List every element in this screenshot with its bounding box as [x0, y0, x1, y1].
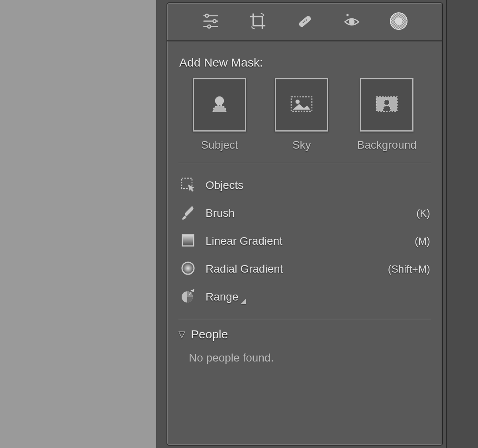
right-panel-gutter [446, 0, 478, 448]
mask-tool-shortcut: (Shift+M) [388, 263, 431, 275]
mask-tool-objects[interactable]: Objects [178, 171, 431, 199]
mask-tile-background[interactable]: Background [357, 78, 416, 151]
people-section-header[interactable]: ▽ People [178, 328, 431, 341]
mask-tool-shortcut: (K) [416, 207, 431, 220]
svg-point-4 [213, 20, 216, 23]
svg-point-3 [206, 14, 209, 17]
canvas-area [0, 0, 155, 448]
develop-toolstrip [167, 3, 442, 41]
people-section-label: People [191, 328, 228, 341]
flyout-indicator-icon: ◢ [241, 297, 246, 304]
divider [178, 319, 431, 320]
mask-tool-range[interactable]: Range◢ [178, 283, 431, 311]
subject-icon [205, 92, 234, 118]
masking-icon [390, 12, 408, 32]
mask-tool-brush[interactable]: Brush (K) [178, 199, 431, 227]
mask-type-tiles: Subject Sky [178, 78, 431, 151]
svg-point-25 [182, 262, 194, 274]
masking-panel: Add New Mask: Subject [167, 2, 443, 446]
mask-tile-label: Sky [292, 139, 311, 151]
mask-tile-subject[interactable]: Subject [193, 78, 246, 151]
mask-tool-linear-gradient[interactable]: Linear Gradient (M) [178, 227, 431, 255]
svg-rect-24 [182, 235, 194, 246]
mask-tool-label: Range◢ [206, 291, 430, 303]
background-icon [372, 92, 401, 118]
sliders-icon [202, 12, 220, 32]
redeye-icon [343, 12, 361, 32]
disclosure-triangle-icon: ▽ [178, 329, 185, 340]
svg-point-18 [215, 97, 223, 105]
mask-tool-shortcut: (M) [415, 235, 431, 248]
mask-tile-sky[interactable]: Sky [275, 78, 328, 151]
bandage-icon [296, 12, 314, 32]
tool-redeye[interactable] [341, 11, 363, 33]
mask-tool-label: Brush [206, 207, 416, 220]
svg-point-10 [349, 20, 354, 24]
tool-healing[interactable] [294, 11, 316, 33]
svg-point-20 [296, 100, 299, 103]
sky-icon [287, 92, 316, 118]
svg-point-17 [395, 17, 402, 25]
mask-tool-radial-gradient[interactable]: Radial Gradient (Shift+M) [178, 255, 431, 283]
mask-tool-label: Radial Gradient [206, 263, 388, 275]
mask-tool-label: Objects [206, 179, 430, 192]
tool-masking[interactable] [388, 11, 410, 33]
mask-tool-label: Linear Gradient [206, 235, 415, 248]
mask-tile-label: Background [357, 139, 416, 151]
mask-tile-label: Subject [201, 139, 238, 151]
color-range-icon [180, 288, 196, 306]
svg-point-9 [306, 19, 307, 20]
crop-icon [249, 12, 267, 32]
objects-select-icon [180, 177, 196, 194]
divider [178, 163, 431, 163]
svg-point-7 [303, 22, 304, 23]
svg-point-8 [304, 20, 305, 22]
svg-point-5 [208, 25, 211, 28]
add-mask-heading: Add New Mask: [179, 56, 431, 69]
linear-gradient-icon [180, 232, 196, 250]
radial-gradient-icon [180, 260, 196, 278]
svg-point-22 [384, 100, 390, 105]
people-empty-message: No people found. [189, 352, 431, 364]
brush-icon [180, 204, 196, 222]
tool-crop[interactable] [247, 11, 269, 33]
tool-edit[interactable] [200, 11, 222, 33]
mask-tool-list: Objects Brush (K) [178, 171, 431, 311]
